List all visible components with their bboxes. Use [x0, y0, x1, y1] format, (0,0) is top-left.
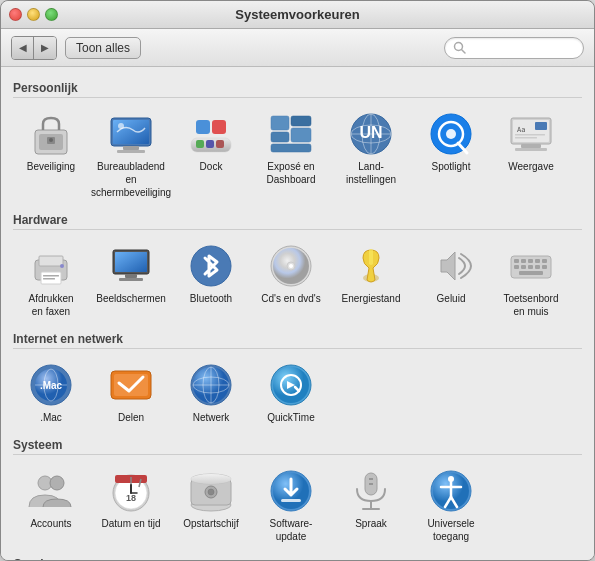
pref-spotlight[interactable]: Spotlight: [413, 106, 489, 203]
nav-button-group: ◀ ▶: [11, 36, 57, 60]
pref-bluetooth[interactable]: Bluetooth: [173, 238, 249, 322]
svg-rect-43: [43, 275, 59, 277]
pref-energiestand[interactable]: Energiestand: [333, 238, 409, 322]
svg-rect-61: [535, 259, 540, 263]
svg-point-31: [446, 129, 456, 139]
pref-netwerk[interactable]: Netwerk: [173, 357, 249, 428]
toolbar: ◀ ▶ Toon alles: [1, 29, 594, 67]
pref-quicktime[interactable]: QuickTime: [253, 357, 329, 428]
pref-dock[interactable]: Dock: [173, 106, 249, 203]
land-instellingen-icon: UN: [347, 110, 395, 158]
afdrukken-icon: [27, 242, 75, 290]
svg-rect-8: [123, 146, 139, 150]
svg-rect-17: [271, 116, 289, 130]
universele-icon: [427, 467, 475, 515]
softwareupdate-label: Software-update: [270, 517, 313, 543]
svg-rect-44: [43, 278, 55, 280]
svg-rect-68: [519, 271, 543, 275]
svg-point-87: [50, 476, 64, 490]
pref-softwareupdate[interactable]: Software-update: [253, 463, 329, 547]
svg-rect-14: [196, 140, 204, 148]
svg-rect-21: [271, 144, 311, 152]
svg-rect-50: [119, 278, 143, 281]
pref-spraak[interactable]: Spraak: [333, 463, 409, 547]
land-instellingen-label: Land-instellingen: [346, 160, 396, 186]
afdrukken-label: Afdrukkenen faxen: [28, 292, 73, 318]
pref-delen[interactable]: Delen: [93, 357, 169, 428]
systeem-grid: Accounts 18 Datum en tijd: [13, 459, 582, 551]
datumtijd-icon: 18: [107, 467, 155, 515]
minimize-button[interactable]: [27, 8, 40, 21]
pref-dotmac[interactable]: .Mac .Mac: [13, 357, 89, 428]
svg-rect-13: [212, 120, 226, 134]
dvd-icon: [267, 242, 315, 290]
weergave-label: Weergave: [508, 160, 553, 173]
search-icon: [453, 41, 466, 54]
delen-label: Delen: [118, 411, 144, 424]
pref-opstartschijf[interactable]: Opstartschijf: [173, 463, 249, 547]
section-header-persoonlijk: Persoonlijk: [13, 81, 582, 98]
dotmac-label: .Mac: [40, 411, 62, 424]
svg-rect-20: [291, 128, 311, 142]
forward-button[interactable]: ▶: [34, 37, 56, 59]
show-all-button[interactable]: Toon alles: [65, 37, 141, 59]
svg-rect-7: [113, 120, 149, 144]
svg-text:18: 18: [126, 493, 136, 503]
pref-land-instellingen[interactable]: UN Land-instellingen: [333, 106, 409, 203]
spraak-label: Spraak: [355, 517, 387, 530]
search-input[interactable]: [469, 42, 575, 54]
pref-accounts[interactable]: Accounts: [13, 463, 89, 547]
pref-beveiliging[interactable]: Beveiliging: [13, 106, 89, 203]
svg-rect-58: [514, 259, 519, 263]
svg-rect-19: [291, 116, 311, 126]
svg-point-55: [289, 264, 293, 268]
pref-afdrukken[interactable]: Afdrukkenen faxen: [13, 238, 89, 322]
close-button[interactable]: [9, 8, 22, 21]
svg-text:Aa: Aa: [517, 126, 525, 134]
svg-rect-9: [117, 150, 145, 153]
pref-geluid[interactable]: Geluid: [413, 238, 489, 322]
accounts-label: Accounts: [30, 517, 71, 530]
svg-point-45: [60, 264, 64, 268]
dock-label: Dock: [200, 160, 223, 173]
svg-point-101: [208, 489, 214, 495]
main-window: Systeemvoorkeuren ◀ ▶ Toon alles Persoon…: [0, 0, 595, 561]
beveiliging-icon: [27, 110, 75, 158]
pref-expose-dashboard[interactable]: Exposé enDashboard: [253, 106, 329, 203]
opstartschijf-icon: [187, 467, 235, 515]
bureaubladenschermbeveiliging-label: Bureaubladend enschermbeveiliging: [91, 160, 171, 199]
quicktime-label: QuickTime: [267, 411, 314, 424]
svg-rect-35: [515, 148, 547, 151]
weergave-icon: Aa: [507, 110, 555, 158]
bluetooth-label: Bluetooth: [190, 292, 232, 305]
universele-label: Universeletoegang: [427, 517, 474, 543]
svg-rect-65: [528, 265, 533, 269]
svg-rect-39: [515, 137, 537, 139]
expose-dashboard-icon: [267, 110, 315, 158]
section-header-systeem: Systeem: [13, 438, 582, 455]
pref-dvd[interactable]: Cd's en dvd's: [253, 238, 329, 322]
netwerk-label: Netwerk: [193, 411, 230, 424]
pref-bureaubladenschermbeveiliging[interactable]: Bureaubladend enschermbeveiliging: [93, 106, 169, 203]
accounts-icon: [27, 467, 75, 515]
svg-point-10: [118, 123, 124, 129]
pref-weergave[interactable]: Aa Weergave: [493, 106, 569, 203]
pref-datumtijd[interactable]: 18 Datum en tijd: [93, 463, 169, 547]
svg-rect-38: [515, 134, 545, 136]
maximize-button[interactable]: [45, 8, 58, 21]
titlebar: Systeemvoorkeuren: [1, 1, 594, 29]
pref-toetsenbord[interactable]: Toetsenborden muis: [493, 238, 569, 322]
internet-grid: .Mac .Mac Delen: [13, 353, 582, 432]
netwerk-icon: [187, 361, 235, 409]
geluid-icon: [427, 242, 475, 290]
pref-universele[interactable]: Universeletoegang: [413, 463, 489, 547]
toetsenbord-label: Toetsenborden muis: [503, 292, 558, 318]
back-button[interactable]: ◀: [12, 37, 34, 59]
svg-rect-36: [535, 122, 547, 130]
beveiliging-label: Beveiliging: [27, 160, 75, 173]
svg-text:UN: UN: [359, 124, 382, 141]
beeldschermen-icon: [107, 242, 155, 290]
svg-rect-66: [535, 265, 540, 269]
pref-beeldschermen[interactable]: Beeldschermen: [93, 238, 169, 322]
svg-rect-34: [521, 144, 541, 148]
